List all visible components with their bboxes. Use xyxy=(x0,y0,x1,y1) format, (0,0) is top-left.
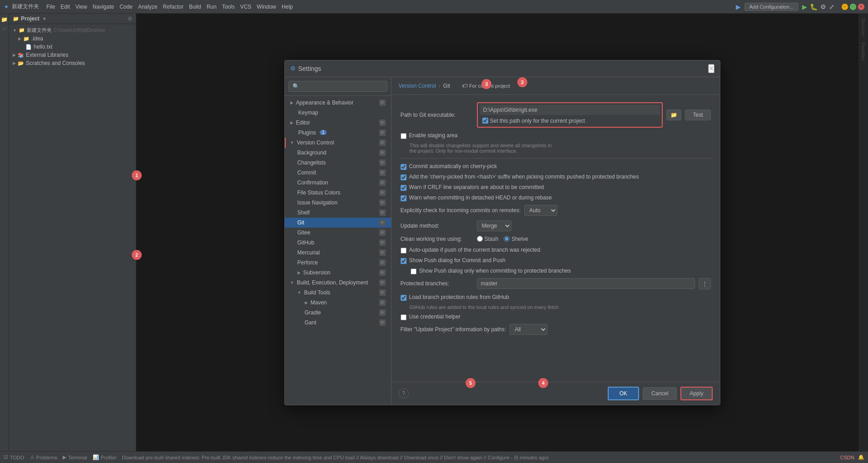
menu-help[interactable]: Help xyxy=(282,4,293,10)
stree-background[interactable]: Background ⊞ xyxy=(285,148,391,158)
shelve-radio[interactable] xyxy=(504,236,510,242)
ok-button[interactable]: OK xyxy=(608,387,639,400)
stash-radio[interactable] xyxy=(477,236,483,242)
stree-gradle[interactable]: Gradle ⊞ xyxy=(285,308,391,318)
cherry-hash-checkbox[interactable] xyxy=(401,174,407,180)
problems-item[interactable]: ⚠ Problems xyxy=(30,454,57,460)
stree-build-exec[interactable]: ▼ Build, Execution, Deployment ⊞ xyxy=(285,278,391,288)
tree-item-external[interactable]: ▶ 📚 External Libraries xyxy=(9,51,136,59)
stree-mercurial[interactable]: Mercurial ⊞ xyxy=(285,248,391,258)
add-config-button[interactable]: Add Configuration... xyxy=(744,3,799,11)
stree-confirmation[interactable]: Confirmation ⊞ xyxy=(285,178,391,188)
incoming-commits-select[interactable]: Auto Always Never xyxy=(524,205,557,216)
problems-icon: ⚠ xyxy=(30,454,35,460)
menu-analyze[interactable]: Analyze xyxy=(138,4,158,10)
breadcrumb-parent[interactable]: Version Control xyxy=(399,83,436,89)
menu-file[interactable]: File xyxy=(46,4,55,10)
show-push-protected-checkbox[interactable] xyxy=(411,269,417,274)
protected-branches-expand[interactable]: ⋮ xyxy=(699,278,711,289)
stree-subversion[interactable]: ▶ Subversion ⊞ xyxy=(285,268,391,278)
tree-item-hello[interactable]: 📄 hello.txt xyxy=(9,43,136,51)
load-branch-checkbox[interactable] xyxy=(401,295,407,301)
todo-icon: ☑ xyxy=(4,454,8,460)
menu-navigate[interactable]: Navigate xyxy=(93,4,114,10)
stree-editor[interactable]: ▶ Editor ⊞ xyxy=(285,118,391,128)
auto-update-checkbox[interactable] xyxy=(401,248,407,254)
settings-icon[interactable]: ⚙ xyxy=(820,3,826,10)
stree-shelf[interactable]: Shelf ⊞ xyxy=(285,208,391,218)
shelve-radio-label[interactable]: Shelve xyxy=(504,236,528,242)
expand-arrow-ext: ▶ xyxy=(13,53,16,57)
apply-button[interactable]: Apply xyxy=(680,387,712,400)
stree-file-status[interactable]: File Status Colors ⊞ xyxy=(285,188,391,198)
expand-icon[interactable]: ⤢ xyxy=(829,3,834,10)
menu-window[interactable]: Window xyxy=(257,4,276,10)
stree-github[interactable]: GitHub ⊞ xyxy=(285,238,391,248)
minimize-button[interactable]: − xyxy=(842,4,848,10)
cherry-hash-label: Add the 'cherry-picked from <hash>' suff… xyxy=(409,174,639,180)
profiler-item[interactable]: 📊 Profiler xyxy=(93,454,117,460)
menu-code[interactable]: Code xyxy=(119,4,133,10)
settings-search-input[interactable] xyxy=(288,81,387,92)
stree-gant[interactable]: Gant ⊞ xyxy=(285,318,391,328)
stree-changelists[interactable]: Changelists ⊞ xyxy=(285,158,391,168)
test-button[interactable]: Test xyxy=(685,110,710,120)
tree-item-idea[interactable]: ▶ 📁 .idea xyxy=(9,35,136,43)
git-path-checkbox[interactable] xyxy=(482,118,488,124)
stree-commit[interactable]: Commit ⊞ xyxy=(285,168,391,178)
debug-icon[interactable]: 🐛 xyxy=(810,3,818,10)
cancel-button[interactable]: Cancel xyxy=(643,387,677,400)
stree-gitee[interactable]: Gitee ⊞ xyxy=(285,228,391,238)
show-push-checkbox[interactable] xyxy=(401,258,407,264)
dialog-close-button[interactable]: × xyxy=(708,64,714,73)
folder-button[interactable]: 📁 xyxy=(666,110,681,120)
stree-appearance[interactable]: ▶ Appearance & Behavior ⊞ xyxy=(285,98,391,108)
crlf-checkbox[interactable] xyxy=(401,185,407,191)
menu-run[interactable]: Run xyxy=(207,4,217,10)
close-button[interactable]: × xyxy=(858,4,864,10)
stree-plugins[interactable]: Plugins 1 ⊞ xyxy=(285,128,391,138)
cherry-pick-checkbox[interactable] xyxy=(401,164,407,170)
menu-tools[interactable]: Tools xyxy=(222,4,235,10)
clean-tree-row: Clean working tree using: Stash Shelve xyxy=(401,236,711,242)
menu-view[interactable]: View xyxy=(75,4,87,10)
menu-build[interactable]: Build xyxy=(189,4,201,10)
menu-edit[interactable]: Edit xyxy=(60,4,70,10)
menu-vcs[interactable]: VCS xyxy=(240,4,252,10)
detached-head-checkbox[interactable] xyxy=(401,195,407,201)
stree-build-tools[interactable]: ▼ Build Tools ⊞ xyxy=(285,288,391,298)
stree-keymap[interactable]: Keymap xyxy=(285,108,391,118)
filter-select[interactable]: All Changed None xyxy=(510,324,547,335)
csdn-label[interactable]: CSDN xyxy=(840,455,854,460)
help-button[interactable]: ? xyxy=(399,388,409,398)
tree-item-root[interactable]: ▼ 📁 新建文件夹 C:\Users\刘明福\Desktop\ xyxy=(9,26,136,35)
stree-perforce[interactable]: Perforce ⊞ xyxy=(285,258,391,268)
stree-issue-nav[interactable]: Issue Navigation ⊞ xyxy=(285,198,391,208)
tree-item-scratches[interactable]: ▶ 📂 Scratches and Consoles xyxy=(9,59,136,67)
run-icon[interactable]: ▶ xyxy=(802,3,807,10)
protected-branches-input[interactable] xyxy=(477,278,695,289)
credential-checkbox[interactable] xyxy=(401,314,407,320)
menu-refactor[interactable]: Refactor xyxy=(163,4,184,10)
stree-label-mercurial: Mercurial xyxy=(298,249,320,256)
update-method-select[interactable]: Merge Rebase xyxy=(477,220,511,231)
maximize-button[interactable]: □ xyxy=(850,4,856,10)
notification-icon[interactable]: 🔔 xyxy=(858,454,864,460)
git-path-group: Set this path only for the current proje… xyxy=(477,102,663,128)
structure-icon[interactable]: S xyxy=(0,25,9,33)
git-path-checkbox-row: Set this path only for the current proje… xyxy=(480,117,660,125)
stree-git[interactable]: Git ⊞ xyxy=(285,218,391,228)
stree-version-control[interactable]: ▼ Version Control ⊞ xyxy=(285,138,391,148)
project-icon[interactable]: 📁 xyxy=(0,15,9,24)
project-settings-icon[interactable]: ⚙ xyxy=(128,16,132,22)
separator-1 xyxy=(401,158,711,159)
todo-item[interactable]: ☑ TODO xyxy=(4,454,25,460)
project-tree: ▼ 📁 新建文件夹 C:\Users\刘明福\Desktop\ ▶ 📁 .ide… xyxy=(9,24,136,451)
stree-icon-mercurial: ⊞ xyxy=(379,249,386,256)
git-path-input[interactable] xyxy=(480,105,660,115)
project-dropdown-icon[interactable]: ▼ xyxy=(42,16,47,21)
stash-radio-label[interactable]: Stash xyxy=(477,236,499,242)
enable-staging-checkbox[interactable] xyxy=(401,133,407,139)
stree-maven[interactable]: ▶ Maven ⊞ xyxy=(285,298,391,308)
terminal-item[interactable]: ▶ Terminal xyxy=(63,454,87,460)
